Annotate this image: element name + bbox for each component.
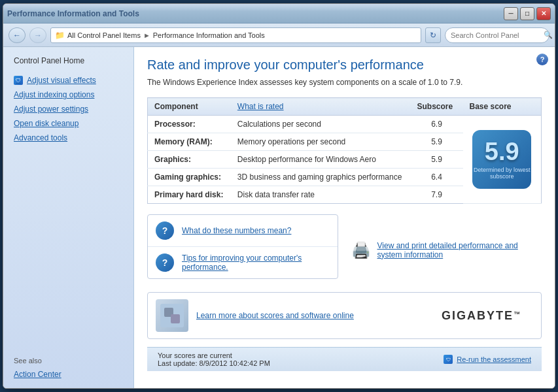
main-area: Control Panel Home 🛡 Adjust visual effec…: [3, 47, 555, 388]
folder-icon: 📁: [55, 31, 65, 40]
performance-table: Component What is rated Subscore Base sc…: [147, 97, 542, 204]
main-window: Performance Information and Tools ─ □ ✕ …: [3, 3, 555, 389]
brand-container: GIGABYTE™: [442, 309, 533, 323]
table-row: Processor: Calculations per second 6.9 5…: [148, 116, 542, 133]
component-rated: Disk data transfer rate: [231, 186, 411, 204]
search-box[interactable]: 🔍: [445, 27, 549, 43]
component-subscore: 5.9: [411, 133, 463, 151]
search-input[interactable]: [451, 31, 541, 39]
info-links-section: ? What do these numbers mean? ? Tips for…: [147, 214, 338, 279]
subtitle: The Windows Experience Index assesses ke…: [147, 78, 542, 87]
content-area: ? Rate and improve your computer's perfo…: [134, 47, 555, 388]
close-button[interactable]: ✕: [536, 7, 551, 20]
sidebar-item-power[interactable]: Adjust power settings: [3, 102, 133, 116]
maximize-button[interactable]: □: [520, 7, 534, 20]
path-root: All Control Panel Items: [67, 31, 141, 39]
col-header-basescore: Base score: [463, 98, 542, 116]
two-col-info: ? What do these numbers mean? ? Tips for…: [147, 214, 542, 286]
rerun-link[interactable]: Re-run the assessment: [457, 355, 531, 363]
help-icon[interactable]: ?: [536, 54, 548, 65]
score-badge: 5.9 Determined by lowest subscore: [472, 130, 531, 189]
status-bar: Your scores are current Last update: 8/9…: [147, 347, 542, 371]
col-header-component: Component: [148, 98, 231, 116]
component-rated: Memory operations per second: [231, 133, 411, 151]
shield-rerun-icon: 🛡: [444, 355, 453, 364]
component-name: Processor:: [148, 116, 231, 133]
shield-icon: 🛡: [14, 76, 23, 85]
title-bar: Performance Information and Tools ─ □ ✕: [3, 4, 555, 24]
component-subscore: 6.4: [411, 169, 463, 186]
search-icon: 🔍: [544, 31, 553, 39]
component-rated: Calculations per second: [231, 116, 411, 133]
page-title: Rate and improve your computer's perform…: [147, 57, 542, 73]
gigabyte-icon: [156, 299, 188, 332]
printer-icon: 🖨️: [351, 241, 371, 259]
status-right: 🛡 Re-run the assessment: [444, 355, 531, 364]
sidebar-action-center[interactable]: Action Center: [3, 367, 133, 382]
component-subscore: 5.9: [411, 151, 463, 169]
status-current: Your scores are current: [158, 351, 270, 359]
svg-rect-2: [171, 314, 180, 323]
info-row-numbers: ? What do these numbers mean?: [148, 215, 338, 247]
base-score-label: Determined by lowest subscore: [472, 167, 531, 180]
sidebar-item-visual-effects[interactable]: 🛡 Adjust visual effects: [3, 73, 133, 88]
learn-link[interactable]: Learn more about scores and software onl…: [196, 311, 354, 320]
path-separator: ►: [143, 31, 150, 39]
sidebar-item-indexing[interactable]: Adjust indexing options: [3, 88, 133, 102]
sidebar-item-disk-cleanup[interactable]: Open disk cleanup: [3, 116, 133, 131]
window-title: Performance Information and Tools: [7, 9, 139, 18]
component-rated: 3D business and gaming graphics performa…: [231, 169, 411, 186]
component-rated: Desktop performance for Windows Aero: [231, 151, 411, 169]
window-controls: ─ □ ✕: [504, 7, 551, 20]
brand-tm: ™: [514, 310, 520, 318]
see-also-label: See also: [3, 349, 133, 367]
base-score-value: 5.9: [485, 139, 519, 164]
sidebar-item-advanced[interactable]: Advanced tools: [3, 131, 133, 145]
status-left: Your scores are current Last update: 8/9…: [158, 351, 270, 367]
address-bar: ← → 📁 All Control Panel Items ► Performa…: [3, 24, 555, 47]
brand-name: GIGABYTE: [442, 309, 514, 322]
tips-link[interactable]: Tips for improving your computer's perfo…: [182, 253, 330, 272]
bottom-row: Learn more about scores and software onl…: [148, 293, 541, 338]
info-row-tips: ? Tips for improving your computer's per…: [148, 247, 338, 278]
left-info: ? What do these numbers mean? ? Tips for…: [147, 214, 338, 286]
minimize-button[interactable]: ─: [504, 7, 518, 20]
sidebar-home-link[interactable]: Control Panel Home: [3, 54, 133, 68]
component-subscore: 6.9: [411, 116, 463, 133]
back-button[interactable]: ←: [9, 27, 26, 43]
print-info: 🖨️ View and print detailed performance a…: [351, 241, 542, 259]
print-link[interactable]: View and print detailed performance and …: [377, 241, 542, 259]
bottom-section: Learn more about scores and software onl…: [147, 292, 542, 339]
component-name: Primary hard disk:: [148, 186, 231, 204]
component-name: Graphics:: [148, 151, 231, 169]
refresh-button[interactable]: ↻: [425, 27, 441, 43]
question-icon-1: ?: [156, 221, 174, 240]
component-name: Gaming graphics:: [148, 169, 231, 186]
right-info: 🖨️ View and print detailed performance a…: [338, 214, 542, 286]
path-current: Performance Information and Tools: [153, 31, 265, 39]
component-name: Memory (RAM):: [148, 133, 231, 151]
col-header-subscore: Subscore: [411, 98, 463, 116]
base-score-cell: 5.9 Determined by lowest subscore: [463, 116, 542, 204]
component-subscore: 7.9: [411, 186, 463, 204]
question-icon-2: ?: [156, 253, 174, 272]
numbers-meaning-link[interactable]: What do these numbers mean?: [182, 226, 291, 235]
address-path[interactable]: 📁 All Control Panel Items ► Performance …: [50, 27, 421, 43]
status-last-update: Last update: 8/9/2012 10:42:42 PM: [158, 359, 270, 367]
sidebar: Control Panel Home 🛡 Adjust visual effec…: [3, 47, 134, 388]
forward-button[interactable]: →: [29, 27, 46, 43]
col-header-rated: What is rated: [231, 98, 411, 116]
